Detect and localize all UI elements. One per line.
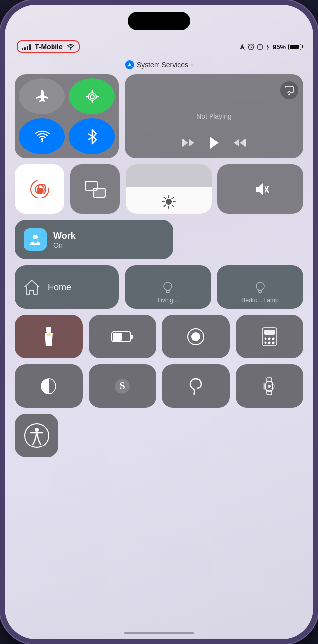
- screen: T-Mobile: [5, 5, 313, 639]
- bluetooth-icon: [87, 129, 98, 145]
- battery-status-button[interactable]: [89, 315, 157, 358]
- now-playing-block[interactable]: Not Playing: [125, 74, 303, 158]
- shazam-button[interactable]: S: [89, 364, 157, 408]
- wifi-button[interactable]: [19, 118, 65, 154]
- battery-icon: [288, 44, 301, 50]
- brightness-control[interactable]: [126, 164, 212, 214]
- hearing-icon: [188, 377, 203, 395]
- rotation-lock-button[interactable]: [15, 164, 64, 214]
- work-focus-subtitle: On: [53, 241, 76, 249]
- now-playing-status: Not Playing: [196, 112, 232, 120]
- wifi-button-icon: [35, 130, 50, 143]
- svg-rect-10: [182, 139, 184, 147]
- charging-icon: [265, 44, 270, 50]
- svg-point-48: [268, 342, 270, 344]
- svg-point-17: [166, 199, 172, 205]
- watch-button[interactable]: [236, 364, 304, 408]
- svg-point-45: [268, 338, 270, 340]
- signal-bar-1: [22, 48, 23, 50]
- dynamic-island: [128, 12, 190, 30]
- dark-mode-icon: [40, 377, 57, 395]
- accessibility-button[interactable]: [15, 414, 58, 457]
- svg-rect-11: [245, 139, 246, 147]
- fast-forward-icon: [233, 137, 246, 148]
- screen-record-icon: [187, 328, 205, 346]
- calculator-button[interactable]: [236, 315, 304, 358]
- mute-button[interactable]: [217, 164, 303, 214]
- mute-icon: [252, 180, 269, 198]
- home-button[interactable]: Home: [15, 265, 119, 309]
- screen-mirror-button[interactable]: [70, 164, 120, 214]
- work-focus-icon: [24, 228, 47, 251]
- svg-point-9: [41, 140, 43, 142]
- svg-rect-16: [93, 188, 105, 197]
- bedroom-scene-button[interactable]: Bedro... Lamp: [217, 265, 303, 309]
- rotation-lock-icon: [29, 178, 51, 200]
- row-focus-mirror-brightness: [15, 164, 303, 214]
- airplay-icon: [284, 85, 294, 95]
- svg-point-58: [25, 424, 49, 447]
- work-person-icon: [28, 233, 42, 247]
- row-accessibility: [15, 414, 303, 457]
- playback-controls: [179, 134, 249, 151]
- row-connectivity-nowplaying: Not Playing: [15, 74, 303, 158]
- row-home-scenes: Home Living... Bedro: [15, 265, 303, 309]
- dark-mode-button[interactable]: [15, 364, 83, 408]
- rewind-icon: [182, 137, 195, 148]
- signal-bar-3: [27, 46, 28, 50]
- svg-line-22: [164, 198, 165, 199]
- svg-point-53: [193, 393, 195, 395]
- airplane-mode-button[interactable]: [19, 78, 65, 114]
- living-scene-label: Living...: [158, 297, 178, 304]
- flashlight-icon: [42, 327, 55, 347]
- system-services-bar[interactable]: System Services ›: [125, 60, 193, 69]
- home-icon: [23, 278, 41, 296]
- svg-rect-38: [113, 333, 122, 341]
- row-actions-2: S: [15, 364, 303, 408]
- system-services-label: System Services: [137, 61, 188, 69]
- bluetooth-button[interactable]: [69, 118, 115, 154]
- flashlight-button[interactable]: [15, 315, 83, 358]
- alarm-icon: [248, 44, 254, 50]
- status-bar: T-Mobile: [5, 36, 313, 57]
- airplane-icon: [34, 88, 51, 105]
- fast-forward-button[interactable]: [231, 134, 249, 151]
- work-focus-text: Work On: [53, 231, 76, 249]
- svg-point-4: [90, 95, 94, 99]
- svg-rect-14: [37, 188, 43, 193]
- svg-point-33: [256, 282, 264, 290]
- screen-record-button[interactable]: [162, 315, 230, 358]
- phone-frame: T-Mobile: [0, 0, 318, 644]
- battery-status-icon: [111, 330, 133, 343]
- hearing-button[interactable]: [162, 364, 230, 408]
- row-work-focus: Work On: [15, 220, 303, 259]
- svg-point-3: [88, 93, 96, 100]
- battery-container: [288, 44, 301, 50]
- shazam-icon: S: [113, 377, 131, 395]
- cellular-button[interactable]: [69, 78, 115, 114]
- cellular-icon: [85, 89, 100, 104]
- signal-bars: [22, 43, 31, 50]
- carrier-name: T-Mobile: [35, 43, 63, 50]
- svg-point-0: [70, 49, 71, 50]
- work-focus-button[interactable]: Work On: [15, 220, 173, 259]
- screen-mirror-icon: [84, 180, 106, 198]
- svg-point-44: [264, 338, 266, 340]
- play-button[interactable]: [205, 134, 223, 151]
- watch-icon: [262, 376, 277, 396]
- light-bulb-icon-2: [254, 281, 266, 296]
- screen-time-icon: [257, 44, 263, 50]
- svg-point-47: [264, 342, 266, 344]
- living-room-scene-button[interactable]: Living...: [125, 265, 211, 309]
- rewind-button[interactable]: [179, 134, 197, 151]
- connectivity-block[interactable]: [15, 74, 119, 158]
- svg-point-41: [191, 332, 200, 341]
- svg-point-49: [272, 342, 274, 344]
- svg-line-24: [172, 198, 173, 199]
- svg-line-25: [164, 205, 165, 207]
- airplay-button[interactable]: [280, 81, 298, 99]
- status-right: 95%: [239, 43, 301, 50]
- svg-rect-43: [264, 330, 275, 335]
- location-dot-icon: [127, 62, 132, 67]
- carrier-signal-block: T-Mobile: [17, 40, 80, 53]
